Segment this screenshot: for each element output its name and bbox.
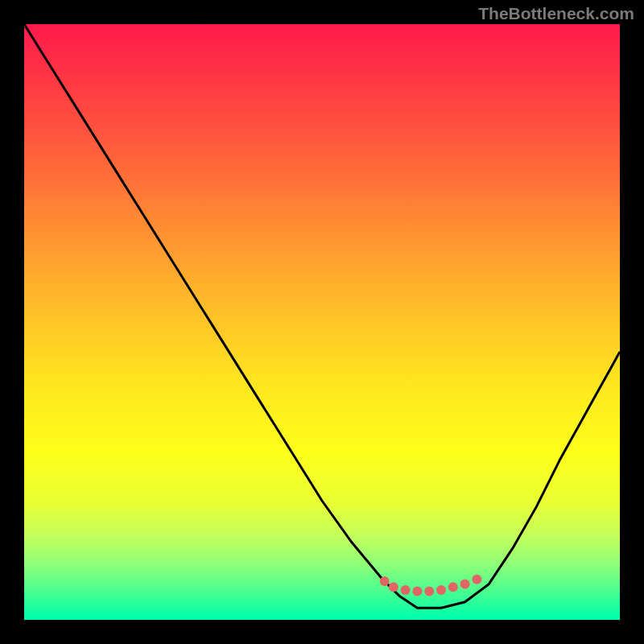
curve-marker: [460, 580, 470, 589]
curve-marker: [380, 576, 390, 586]
curve-marker: [424, 587, 434, 597]
curve-marker: [389, 582, 398, 592]
curve-marker: [436, 585, 446, 595]
curve-marker: [472, 575, 481, 584]
bottleneck-curve-path: [24, 24, 620, 608]
curve-marker: [448, 582, 458, 592]
watermark-text: TheBottleneck.com: [478, 4, 634, 23]
chart-svg: [24, 24, 620, 620]
curve-marker: [412, 587, 422, 597]
chart-plot-area: [24, 24, 620, 620]
curve-marker: [401, 585, 411, 595]
